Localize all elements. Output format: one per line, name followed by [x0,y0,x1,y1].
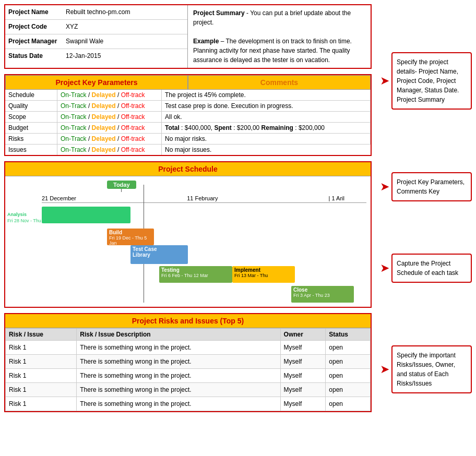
status-date-value: 12-Jan-2015 [66,51,184,59]
risks-cell-owner-3: Myself [280,383,326,397]
arrow-2: ➤ [380,180,389,194]
analysis-ext-label: Analysis [7,212,42,217]
risks-section: Project Risks and Issues (Top 5) Risk / … [4,313,372,412]
params-scope-label: Scope [5,111,57,122]
risks-cell-desc-2: There is something wrong in the project. [77,369,280,383]
callout-4: Specify the important Risks/Issues, Owne… [391,345,472,393]
params-quality-label: Quality [5,100,57,111]
params-budget-label: Budget [5,122,57,133]
risks-cell-owner-2: Myself [280,369,326,383]
params-section: Project Key Parameters Comments Schedule… [4,74,372,156]
col-desc: Risk / Issue Description [77,329,280,341]
timeline-line [42,202,366,203]
callout-2: Project Key Parameters, Comments Key [391,172,472,201]
summary-example-label: Example [193,38,219,45]
testing-label: Testing [161,267,230,273]
callout-1-text: Specify the project details- Project Nam… [397,58,459,103]
schedule-section: Project Schedule Today 21 December 11 Fe… [4,161,372,308]
risks-row-1: Risk 1There is something wrong in the pr… [6,355,371,369]
col-risk: Risk / Issue [6,329,77,341]
params-header-row: Project Key Parameters Comments [5,75,371,90]
callout-3-text: Capture the Project Schedule of each tas… [397,260,458,277]
project-code-label: Project Code [8,22,66,30]
gantt-implement: Implement Fri 13 Mar - Thu [232,266,295,283]
analysis-ext-date: Fri 28 Nov - Thu [7,218,42,223]
close-label: Close [293,287,352,293]
gantt-testing: Testing Fri 6 Feb - Thu 12 Mar [159,266,232,283]
project-manager-value: Swapnil Wale [66,37,184,45]
arrow-4: ➤ [380,363,389,376]
date-label-3: | 1 Aril [329,195,344,201]
project-name-row: Project Name Rebuilt techno-pm.com [5,5,187,20]
params-quality-comment: Test case prep is done. Execution in pro… [162,100,371,111]
params-scope-comment: All ok. [162,111,371,122]
risks-row-0: Risk 1There is something wrong in the pr… [6,341,371,355]
project-info-left: Project Name Rebuilt techno-pm.com Proje… [5,5,188,68]
params-schedule-status: On-Track / Delayed / Off-track [57,90,162,100]
params-scope-status: On-Track / Delayed / Off-track [57,111,162,122]
risks-cell-status-3: open [326,383,371,397]
risks-header: Project Risks and Issues (Top 5) [5,314,371,328]
col-status: Status [326,329,371,341]
params-schedule-label: Schedule [5,90,57,100]
testcase-label2: Library [133,252,186,258]
project-manager-row: Project Manager Swapnil Wale [5,34,187,49]
testing-date: Fri 6 Feb - Thu 12 Mar [161,273,230,278]
gantt-testcase: Test Case Library [130,245,188,264]
params-risks-status: On-Track / Delayed / Off-track [57,133,162,144]
risks-row-3: Risk 1There is something wrong in the pr… [6,383,371,397]
params-comments-title: Comments [188,75,371,90]
status-off-track: Off-track [121,91,145,99]
build-label: Build [109,230,152,235]
left-panel: Project Name Rebuilt techno-pm.com Proje… [0,0,376,422]
project-summary: Project Summary - You can put a brief up… [188,5,371,68]
build-date: Fri 19 Dec - Thu 5 Jan [109,235,152,246]
timeline-labels: 21 December 11 February | 1 Aril [42,195,344,201]
schedule-header: Project Schedule [5,162,371,176]
params-header-title: Project Key Parameters [5,75,188,90]
implement-date: Fri 13 Mar - Thu [234,273,293,278]
callout-1-container: ➤ Specify the project details- Project N… [380,52,472,110]
risks-row-2: Risk 1There is something wrong in the pr… [6,369,371,383]
project-name-value: Rebuilt techno-pm.com [66,7,184,16]
risks-cell-risk-1: Risk 1 [6,355,77,369]
implement-label: Implement [234,267,293,273]
risks-cell-status-2: open [326,369,371,383]
risks-cell-risk-2: Risk 1 [6,369,77,383]
testcase-label: Test Case [133,246,186,252]
col-owner: Owner [280,329,326,341]
summary-title: Project Summary [193,9,245,17]
risks-cell-status-1: open [326,355,371,369]
params-issues-comment: No major issues. [162,144,371,155]
params-issues-label: Issues [5,144,57,155]
risks-cell-desc-4: There is something wrong in the project. [77,397,280,411]
callout-2-container: ➤ Project Key Parameters, Comments Key [380,172,472,201]
risks-cell-status-4: open [326,397,371,411]
risks-cell-desc-1: There is something wrong in the project. [77,355,280,369]
right-spacer-2 [380,124,472,166]
gantt-close: Close Fri 3 Apr - Thu 23 [291,286,354,303]
schedule-body: Today 21 December 11 February | 1 Aril A… [5,176,371,307]
status-date-label: Status Date [8,51,66,59]
close-date: Fri 3 Apr - Thu 23 [293,293,352,298]
risks-cell-status-0: open [326,341,371,355]
risks-tbody: Risk 1There is something wrong in the pr… [6,341,371,411]
project-info-grid: Project Name Rebuilt techno-pm.com Proje… [5,5,371,68]
callout-4-text: Specify the important Risks/Issues, Owne… [397,352,456,387]
date-label-2: 11 February [187,195,218,201]
callout-4-container: ➤ Specify the important Risks/Issues, Ow… [380,345,472,393]
risks-cell-owner-1: Myself [280,355,326,369]
params-quality-status: On-Track / Delayed / Off-track [57,100,162,111]
risks-cell-risk-0: Risk 1 [6,341,77,355]
today-stem [121,189,122,192]
status-on-track: On-Track [61,91,87,99]
project-manager-label: Project Manager [8,37,66,45]
gantt-build: Build Fri 19 Dec - Thu 5 Jan [107,229,154,245]
gantt-analysis [42,207,130,223]
params-budget-comment: Total : $400,000, Spent : $200,00 Remain… [162,122,371,133]
arrow-1: ➤ [380,74,389,88]
risks-cell-desc-0: There is something wrong in the project. [77,341,280,355]
right-spacer-1 [380,4,472,46]
risks-cell-risk-3: Risk 1 [6,383,77,397]
project-name-label: Project Name [8,7,66,16]
